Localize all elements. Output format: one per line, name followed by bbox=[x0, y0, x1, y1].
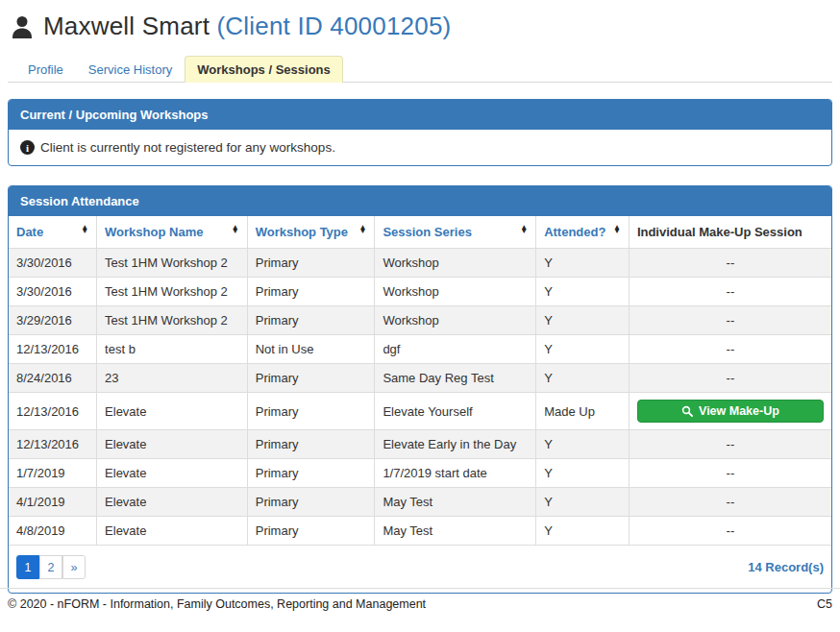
table-row: 8/24/201623PrimarySame Day Reg TestY-- bbox=[9, 364, 831, 393]
record-count: 14 Record(s) bbox=[748, 560, 824, 574]
cell-attended: Y bbox=[536, 306, 630, 335]
page: Maxwell Smart (Client ID 40001205) Profi… bbox=[0, 0, 840, 594]
no-workshops-message: Client is currently not registered for a… bbox=[40, 140, 335, 155]
cell-date: 12/13/2016 bbox=[9, 430, 97, 459]
cell-workshop-name: Elevate bbox=[97, 393, 248, 430]
cell-date: 4/1/2019 bbox=[9, 488, 97, 517]
sort-both-icon: ▲▼ bbox=[232, 226, 239, 234]
current-workshops-panel-body: i Client is currently not registered for… bbox=[9, 130, 831, 165]
session-attendance-panel: Session Attendance Date▲▼ Workshop Name▲… bbox=[8, 185, 832, 594]
cell-date: 12/13/2016 bbox=[9, 393, 97, 430]
cell-makeup-session: -- bbox=[629, 488, 831, 517]
cell-date: 12/13/2016 bbox=[9, 335, 97, 364]
cell-session-series: May Test bbox=[375, 517, 536, 546]
cell-workshop-name: Test 1HM Workshop 2 bbox=[97, 249, 248, 278]
session-attendance-panel-title: Session Attendance bbox=[9, 186, 831, 216]
column-header-session-series[interactable]: Session Series▲▼ bbox=[375, 216, 536, 249]
cell-workshop-type: Not in Use bbox=[247, 335, 375, 364]
search-icon bbox=[681, 405, 693, 417]
sort-both-icon: ▲▼ bbox=[520, 226, 528, 234]
cell-date: 4/8/2019 bbox=[9, 517, 97, 546]
tab-bar: Profile Service History Workshops / Sess… bbox=[8, 55, 832, 83]
cell-session-series: dgf bbox=[375, 335, 536, 364]
cell-workshop-name: 23 bbox=[97, 364, 248, 393]
cell-workshop-type: Primary bbox=[247, 249, 375, 278]
column-header-makeup-session: Individual Make-Up Session bbox=[629, 216, 831, 249]
cell-workshop-type: Primary bbox=[247, 459, 375, 488]
cell-date: 3/30/2016 bbox=[9, 249, 97, 278]
cell-session-series: Workshop bbox=[375, 278, 536, 306]
table-row: 3/30/2016Test 1HM Workshop 2PrimaryWorks… bbox=[9, 249, 831, 278]
user-icon bbox=[10, 14, 35, 39]
cell-session-series: 1/7/2019 start date bbox=[375, 459, 536, 488]
page-button-next[interactable]: » bbox=[62, 555, 86, 579]
cell-session-series: Workshop bbox=[375, 306, 536, 335]
cell-workshop-type: Primary bbox=[247, 364, 375, 393]
cell-attended: Y bbox=[536, 364, 630, 393]
cell-makeup-session: -- bbox=[629, 335, 831, 364]
table-row: 1/7/2019ElevatePrimary1/7/2019 start dat… bbox=[9, 459, 831, 488]
page-button-2[interactable]: 2 bbox=[39, 555, 62, 579]
cell-attended: Y bbox=[536, 459, 630, 488]
page-title: Maxwell Smart (Client ID 40001205) bbox=[43, 12, 451, 41]
cell-workshop-name: Elevate bbox=[97, 430, 248, 459]
current-workshops-panel-title: Current / Upcoming Workshops bbox=[9, 100, 831, 130]
view-makeup-button[interactable]: View Make-Up bbox=[637, 400, 824, 423]
cell-makeup-session: -- bbox=[629, 249, 831, 278]
cell-attended: Y bbox=[536, 517, 630, 546]
client-id: (Client ID 40001205) bbox=[217, 12, 452, 40]
cell-makeup-session: -- bbox=[629, 459, 831, 488]
cell-makeup-session: -- bbox=[629, 278, 831, 306]
sort-both-icon: ▲▼ bbox=[81, 226, 88, 234]
column-header-workshop-name[interactable]: Workshop Name▲▼ bbox=[97, 216, 248, 249]
cell-attended: Y bbox=[536, 278, 630, 306]
cell-session-series: Elevate Early in the Day bbox=[375, 430, 536, 459]
sort-both-icon: ▲▼ bbox=[358, 226, 366, 234]
cell-workshop-name: Elevate bbox=[97, 517, 248, 546]
table-row: 4/8/2019ElevatePrimaryMay TestY-- bbox=[9, 517, 831, 546]
cell-attended: Y bbox=[536, 249, 630, 278]
cell-makeup-session: -- bbox=[629, 364, 831, 393]
cell-session-series: May Test bbox=[375, 488, 536, 517]
cell-session-series: Workshop bbox=[375, 249, 536, 278]
cell-makeup-session: View Make-Up bbox=[629, 393, 831, 430]
table-row: 3/29/2016Test 1HM Workshop 2PrimaryWorks… bbox=[9, 306, 831, 335]
client-header: Maxwell Smart (Client ID 40001205) bbox=[8, 12, 832, 41]
site-footer: © 2020 - nFORM - Information, Family Out… bbox=[0, 588, 840, 611]
tab-profile[interactable]: Profile bbox=[15, 56, 76, 83]
cell-attended: Made Up bbox=[536, 393, 630, 430]
table-row: 12/13/2016test bNot in UsedgfY-- bbox=[9, 335, 831, 364]
cell-date: 3/29/2016 bbox=[9, 306, 97, 335]
cell-date: 1/7/2019 bbox=[9, 459, 97, 488]
pagination: 1 2 » bbox=[16, 555, 86, 579]
cell-workshop-type: Primary bbox=[247, 430, 375, 459]
cell-workshop-name: Elevate bbox=[97, 459, 248, 488]
table-row: 4/1/2019ElevatePrimaryMay TestY-- bbox=[9, 488, 831, 517]
cell-workshop-type: Primary bbox=[247, 278, 375, 306]
sort-both-icon: ▲▼ bbox=[613, 226, 621, 234]
cell-session-series: Elevate Yourself bbox=[375, 393, 536, 430]
table-header-row: Date▲▼ Workshop Name▲▼ Workshop Type▲▼ S… bbox=[9, 216, 831, 249]
cell-workshop-type: Primary bbox=[247, 488, 375, 517]
page-button-1[interactable]: 1 bbox=[16, 555, 39, 579]
info-icon: i bbox=[20, 140, 35, 155]
tab-service-history[interactable]: Service History bbox=[76, 56, 185, 83]
cell-makeup-session: -- bbox=[629, 306, 831, 335]
footer-version: C5 bbox=[817, 597, 832, 611]
tab-workshops-sessions[interactable]: Workshops / Sessions bbox=[185, 56, 342, 83]
cell-attended: Y bbox=[536, 430, 630, 459]
client-name: Maxwell Smart bbox=[43, 12, 210, 40]
cell-workshop-name: Test 1HM Workshop 2 bbox=[97, 306, 248, 335]
table-row: 12/13/2016ElevatePrimaryElevate Early in… bbox=[9, 430, 831, 459]
column-header-workshop-type[interactable]: Workshop Type▲▼ bbox=[247, 216, 375, 249]
cell-attended: Y bbox=[536, 488, 630, 517]
footer-copyright: © 2020 - nFORM - Information, Family Out… bbox=[8, 597, 426, 611]
cell-makeup-session: -- bbox=[629, 517, 831, 546]
cell-date: 8/24/2016 bbox=[9, 364, 97, 393]
session-attendance-table: Date▲▼ Workshop Name▲▼ Workshop Type▲▼ S… bbox=[9, 216, 831, 546]
cell-date: 3/30/2016 bbox=[9, 278, 97, 306]
column-header-attended[interactable]: Attended?▲▼ bbox=[536, 216, 630, 249]
cell-attended: Y bbox=[536, 335, 630, 364]
cell-workshop-name: test b bbox=[97, 335, 248, 364]
column-header-date[interactable]: Date▲▼ bbox=[9, 216, 97, 249]
